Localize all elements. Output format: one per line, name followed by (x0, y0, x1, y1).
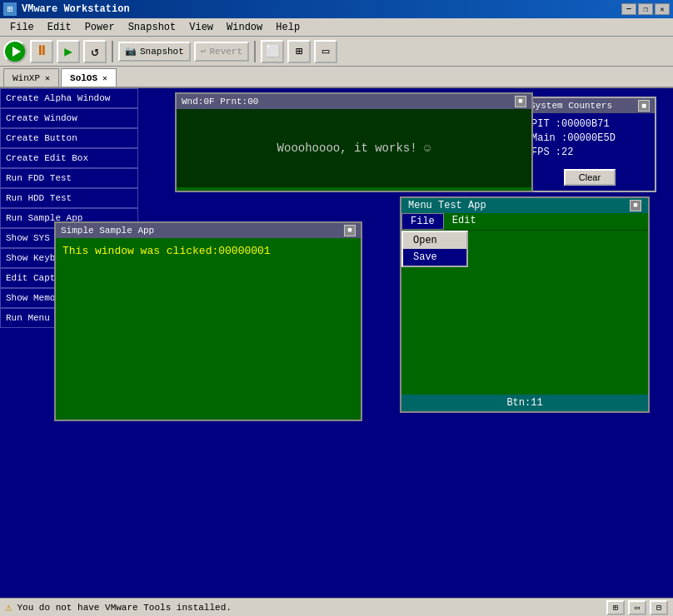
tab-solos-close[interactable]: ✕ (102, 73, 107, 83)
warning-icon: ⚠ (5, 600, 12, 614)
pit-counter: PIT :00000B71 (531, 118, 648, 130)
sample-close[interactable]: ■ (344, 225, 356, 236)
sys-counters-titlebar: System Counters ■ (525, 98, 655, 113)
menubar-item-edit[interactable]: Edit (41, 20, 78, 35)
wnd-titlebar: Wnd:0F Prnt:00 ■ (177, 94, 531, 109)
fps-label: FPS (531, 147, 550, 158)
menubar-item-power[interactable]: Power (78, 20, 122, 35)
window-controls: — ❐ ✕ (621, 3, 670, 15)
sidebar-btn-2[interactable]: Create Button (0, 128, 138, 148)
menu-test-menubar: File Edit (401, 213, 648, 231)
menu-test-content: Open Save (401, 231, 648, 394)
fps-counter: FPS :22 (531, 147, 648, 158)
sidebar-btn-4[interactable]: Run FDD Test (0, 168, 138, 188)
tab-solos-label: SolOS (70, 73, 97, 83)
separator2 (254, 41, 256, 62)
menubar-item-help[interactable]: Help (269, 20, 307, 35)
menubar-item-snapshot[interactable]: Snapshot (122, 20, 183, 35)
view-btn3[interactable]: ▭ (314, 40, 337, 63)
app-title: VMware Workstation (22, 3, 621, 15)
main-area: Create Alpha WindowCreate WindowCreate B… (0, 88, 673, 613)
restore-button[interactable]: ❐ (638, 3, 653, 15)
wnd-title: Wnd:0F Prnt:00 (182, 97, 258, 107)
pause-button[interactable]: ⏸ (30, 40, 53, 63)
wnd-close[interactable]: ■ (515, 96, 526, 107)
snapshot-button[interactable]: 📷 Snapshot (118, 42, 191, 62)
file-dropdown: Open Save (401, 231, 468, 267)
tab-winxp-close[interactable]: ✕ (45, 73, 50, 83)
main-label: Main (531, 132, 556, 144)
fps-value: :22 (556, 147, 574, 158)
menu-test-close[interactable]: ■ (630, 200, 641, 211)
view-btn1[interactable]: ⬜ (261, 40, 284, 63)
main-value: :00000E5D (561, 132, 616, 144)
tab-winxp[interactable]: WinXP ✕ (3, 68, 59, 87)
revert-button[interactable]: ↩ Revert (194, 42, 249, 62)
menubar-item-window[interactable]: Window (220, 20, 269, 35)
power-icon[interactable] (3, 40, 27, 63)
sample-title: Simple Sample App (61, 226, 154, 236)
revert-label: Revert (209, 47, 242, 57)
wnd-panel: Wnd:0F Prnt:00 ■ Wooohoooo, it works! ☺ (175, 92, 533, 192)
clear-button[interactable]: Clear (564, 169, 616, 186)
snapshot-label: Snapshot (140, 47, 184, 57)
menubar-item-file[interactable]: File (3, 20, 41, 35)
app-icon: ⊞ (3, 2, 17, 16)
menubar: FileEditPowerSnapshotViewWindowHelp (0, 18, 673, 37)
status-icon2[interactable]: ▭ (628, 600, 646, 615)
refresh-button[interactable]: ↺ (83, 40, 107, 63)
tab-solos[interactable]: SolOS ✕ (61, 68, 117, 87)
wnd-message: Wooohoooo, it works! ☺ (277, 142, 431, 155)
menu-test-title: Menu Test App (408, 200, 486, 211)
menu-test-panel: Menu Test App ■ File Edit Open Save Btn:… (400, 196, 650, 413)
sidebar-btn-3[interactable]: Create Edit Box (0, 148, 138, 168)
open-item[interactable]: Open (403, 232, 466, 249)
status-icon3[interactable]: ⊟ (650, 600, 668, 615)
sample-app-panel: Simple Sample App ■ This window was clic… (54, 221, 362, 421)
btn-status: Btn:11 (401, 395, 648, 411)
minimize-button[interactable]: — (621, 3, 636, 15)
sys-counters-title: System Counters (530, 101, 612, 111)
separator1 (112, 41, 113, 62)
counter-body: PIT :00000B71 Main :00000E5D FPS :22 (525, 113, 655, 166)
status-icon1[interactable]: ⊞ (606, 600, 625, 615)
play-button[interactable]: ▶ (57, 40, 80, 63)
main-counter: Main :00000E5D (531, 132, 648, 144)
tab-winxp-label: WinXP (12, 73, 40, 83)
sample-content[interactable]: This window was clicked:00000001 (56, 238, 361, 416)
view-btn2[interactable]: ⊞ (287, 40, 311, 63)
statusbar-text: You do not have VMware Tools installed. (17, 603, 231, 613)
sidebar-btn-0[interactable]: Create Alpha Window (0, 88, 138, 108)
sample-titlebar: Simple Sample App ■ (56, 223, 361, 238)
close-button[interactable]: ✕ (655, 3, 670, 15)
menu-test-titlebar: Menu Test App ■ (401, 198, 648, 213)
menu-file[interactable]: File (401, 213, 444, 230)
sidebar-btn-5[interactable]: Run HDD Test (0, 188, 138, 208)
wnd-content: Wooohoooo, it works! ☺ (177, 109, 531, 187)
save-item[interactable]: Save (403, 249, 466, 266)
sidebar-btn-1[interactable]: Create Window (0, 108, 138, 128)
statusbar: ⚠ You do not have VMware Tools installed… (0, 598, 673, 616)
pit-label: PIT (531, 118, 550, 130)
toolbar: ⏸ ▶ ↺ 📷 Snapshot ↩ Revert ⬜ ⊞ ▭ (0, 37, 673, 67)
sys-counters-close[interactable]: ■ (638, 100, 650, 112)
sys-counters-panel: System Counters ■ PIT :00000B71 Main :00… (523, 97, 656, 192)
menu-edit[interactable]: Edit (444, 213, 485, 230)
titlebar: ⊞ VMware Workstation — ❐ ✕ (0, 0, 673, 18)
clicked-text: This window was clicked:00000001 (62, 245, 354, 257)
tabs-bar: WinXP ✕ SolOS ✕ (0, 67, 673, 88)
pit-value: :00000B71 (556, 118, 610, 130)
menubar-item-view[interactable]: View (182, 20, 220, 35)
